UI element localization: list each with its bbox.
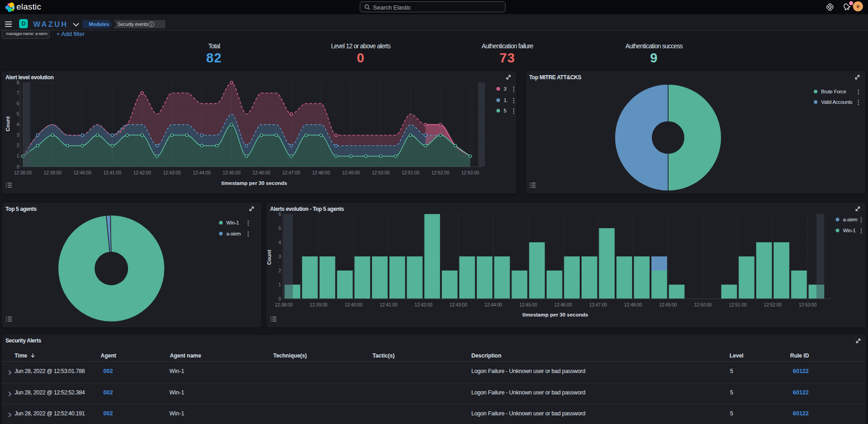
svg-text:12:44:00: 12:44:00 [193,170,211,175]
svg-text:1: 1 [16,153,19,158]
svg-text:12:45:00: 12:45:00 [223,170,240,175]
svg-text:12:39:00: 12:39:00 [310,302,327,307]
svg-text:2: 2 [16,143,19,148]
svg-text:12:52:00: 12:52:00 [432,170,449,175]
svg-text:12:42:00: 12:42:00 [133,170,151,175]
svg-text:5: 5 [16,112,19,117]
svg-text:0: 0 [16,164,19,169]
svg-text:3: 3 [278,254,281,259]
svg-text:8: 8 [16,80,19,85]
svg-text:12:52:00: 12:52:00 [764,302,781,307]
svg-text:12:46:00: 12:46:00 [253,170,271,175]
svg-text:12:48:00: 12:48:00 [312,170,330,175]
svg-text:2: 2 [278,268,281,273]
svg-text:3: 3 [16,133,19,138]
svg-text:12:38:00: 12:38:00 [275,302,293,307]
svg-text:12:42:00: 12:42:00 [414,302,432,307]
svg-text:12:41:00: 12:41:00 [103,170,121,175]
svg-text:12:40:00: 12:40:00 [345,302,363,307]
svg-text:12:43:00: 12:43:00 [449,302,467,307]
svg-text:12:53:00: 12:53:00 [799,302,817,307]
svg-text:4: 4 [16,122,19,127]
svg-text:12:49:00: 12:49:00 [342,170,360,175]
svg-text:12:47:00: 12:47:00 [589,302,607,307]
svg-text:12:39:00: 12:39:00 [44,170,61,175]
svg-text:6: 6 [278,212,281,217]
svg-text:12:48:00: 12:48:00 [624,302,642,307]
svg-text:4: 4 [278,240,281,245]
svg-text:6: 6 [16,101,19,106]
svg-text:12:46:00: 12:46:00 [554,302,572,307]
svg-text:12:50:00: 12:50:00 [694,302,712,307]
svg-text:12:38:00: 12:38:00 [14,170,32,175]
svg-text:5: 5 [278,226,281,231]
svg-text:12:40:00: 12:40:00 [74,170,92,175]
svg-text:12:51:00: 12:51:00 [402,170,419,175]
svg-text:1: 1 [278,282,281,287]
svg-text:12:49:00: 12:49:00 [659,302,677,307]
svg-text:12:47:00: 12:47:00 [282,170,300,175]
svg-text:12:44:00: 12:44:00 [485,302,502,307]
svg-text:12:53:00: 12:53:00 [461,170,479,175]
svg-text:0: 0 [278,296,281,301]
svg-text:12:45:00: 12:45:00 [519,302,537,307]
svg-text:12:41:00: 12:41:00 [380,302,398,307]
svg-text:12:50:00: 12:50:00 [372,170,390,175]
svg-text:12:43:00: 12:43:00 [163,170,181,175]
svg-text:12:51:00: 12:51:00 [729,302,747,307]
svg-text:7: 7 [16,91,19,96]
